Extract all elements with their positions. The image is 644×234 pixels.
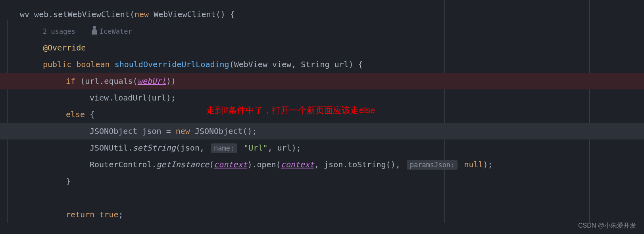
keyword-boolean: boolean xyxy=(76,60,110,69)
code-text: WebViewClient() { xyxy=(149,10,235,19)
variable-context[interactable]: context xyxy=(281,160,314,169)
code-line[interactable]: view.loadUrl(url); xyxy=(0,89,644,106)
code-text: JSONObject(); xyxy=(190,126,257,136)
param-hint-paramsjson: paramsJson: xyxy=(407,160,458,170)
close-brace: } xyxy=(66,176,71,186)
param-hint-name: name: xyxy=(211,143,237,153)
code-text: ( xyxy=(209,160,214,169)
code-line[interactable]: @Override xyxy=(0,39,644,56)
code-text: (url.equals( xyxy=(75,76,138,86)
code-text: { xyxy=(85,110,94,119)
code-line[interactable]: RouterControl.getInstance(context).open(… xyxy=(0,156,644,173)
code-line-current[interactable]: JSONObject json = new JSONObject(); xyxy=(0,123,644,139)
code-text: (json, xyxy=(176,143,209,153)
method-params: (WebView view, String url) { xyxy=(229,60,363,69)
code-line[interactable]: JSONUtil.setString(json, name: "Url", ur… xyxy=(0,139,644,156)
code-line[interactable]: else { xyxy=(0,106,644,123)
code-line-breakpoint[interactable]: if (url.equals(webUrl)) xyxy=(0,73,644,89)
keyword-public: public xyxy=(43,60,71,69)
code-line[interactable]: public boolean shouldOverrideUrlLoading(… xyxy=(0,56,644,73)
code-text: view.loadUrl(url); xyxy=(90,93,176,102)
usages-hint[interactable]: 2 usages xyxy=(43,27,75,35)
code-text: , url); xyxy=(268,143,301,153)
keyword-true: true xyxy=(99,210,118,219)
keyword-new: new xyxy=(176,126,190,136)
variable-weburl[interactable]: webUrl xyxy=(138,76,166,86)
code-text: JSONObject json = xyxy=(90,126,176,136)
code-text: ).open( xyxy=(247,160,281,169)
method-setstring: setString xyxy=(133,143,175,153)
code-text: )) xyxy=(166,76,176,86)
code-line[interactable]: return true; xyxy=(0,206,644,223)
code-line[interactable]: wv_web.setWebViewClient(new WebViewClien… xyxy=(0,6,644,23)
method-getinstance: getInstance xyxy=(157,160,209,169)
code-text: , json.toString(), xyxy=(314,160,405,169)
code-line[interactable]: } xyxy=(0,173,644,190)
string-literal: "Url" xyxy=(244,143,267,153)
code-text: RouterControl. xyxy=(90,160,157,169)
method-name: shouldOverrideUrlLoading xyxy=(115,60,229,69)
watermark: CSDN @小朱爱开发 xyxy=(578,220,636,231)
inlay-hint-line: 2 usages IceWater xyxy=(0,23,644,39)
keyword-null: null xyxy=(464,160,483,169)
code-line-empty[interactable] xyxy=(0,190,644,206)
variable-context[interactable]: context xyxy=(214,160,247,169)
author-hint[interactable]: IceWater xyxy=(100,27,132,35)
keyword-if: if xyxy=(66,76,75,86)
keyword-else: else xyxy=(66,110,85,119)
keyword-return: return xyxy=(66,210,94,219)
code-editor[interactable]: wv_web.setWebViewClient(new WebViewClien… xyxy=(0,0,644,223)
code-text: ; xyxy=(118,210,123,219)
annotation-override: @Override xyxy=(43,43,86,52)
user-icon xyxy=(92,29,97,35)
code-text: ); xyxy=(483,160,493,169)
code-text: JSONUtil. xyxy=(90,143,133,153)
code-text: wv_web.setWebViewClient( xyxy=(20,10,135,19)
keyword-new: new xyxy=(135,10,149,19)
